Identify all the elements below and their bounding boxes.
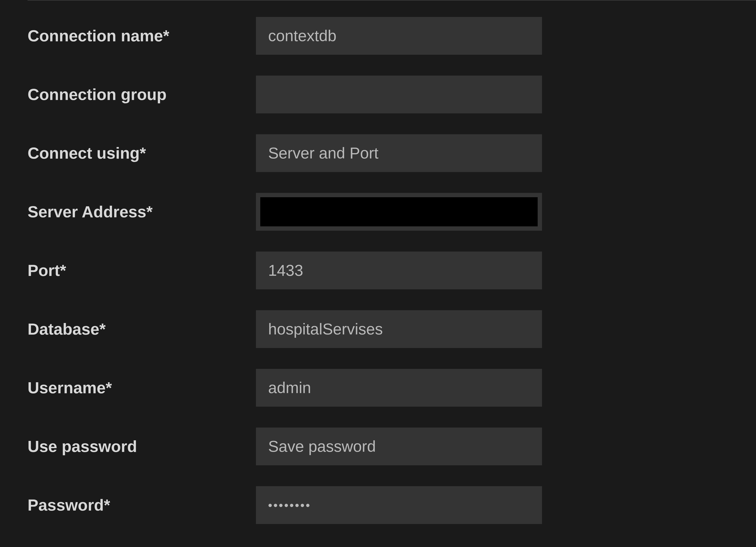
use-password-label: Use password [28, 437, 256, 456]
connection-group-input[interactable] [256, 76, 542, 113]
server-address-row: Server Address* [28, 193, 728, 231]
connection-group-label: Connection group [28, 85, 256, 104]
connect-using-label: Connect using* [28, 144, 256, 162]
password-row: Password* •••••••• [28, 486, 728, 524]
use-password-select[interactable]: Save password [256, 428, 542, 465]
port-row: Port* [28, 252, 728, 289]
server-address-input-wrapper [256, 193, 542, 231]
connect-using-value: Server and Port [268, 144, 378, 162]
port-input[interactable] [256, 252, 542, 289]
use-password-row: Use password Save password [28, 428, 728, 465]
database-input[interactable] [256, 310, 542, 348]
password-label: Password* [28, 496, 256, 514]
connection-form: Connection name* Connection group Connec… [0, 17, 756, 524]
connect-using-row: Connect using* Server and Port [28, 134, 728, 172]
port-label: Port* [28, 261, 256, 280]
server-address-input[interactable] [260, 197, 538, 226]
connection-name-label: Connection name* [28, 27, 256, 45]
password-input[interactable]: •••••••• [256, 486, 542, 524]
connection-name-row: Connection name* [28, 17, 728, 55]
connection-name-input[interactable] [256, 17, 542, 55]
use-password-value: Save password [268, 437, 376, 455]
username-label: Username* [28, 379, 256, 397]
connection-group-row: Connection group [28, 76, 728, 113]
connect-using-select[interactable]: Server and Port [256, 134, 542, 172]
section-divider [28, 0, 756, 1]
username-row: Username* [28, 369, 728, 407]
database-label: Database* [28, 320, 256, 338]
username-input[interactable] [256, 369, 542, 407]
server-address-label: Server Address* [28, 203, 256, 221]
database-row: Database* [28, 310, 728, 348]
password-value: •••••••• [268, 499, 311, 512]
